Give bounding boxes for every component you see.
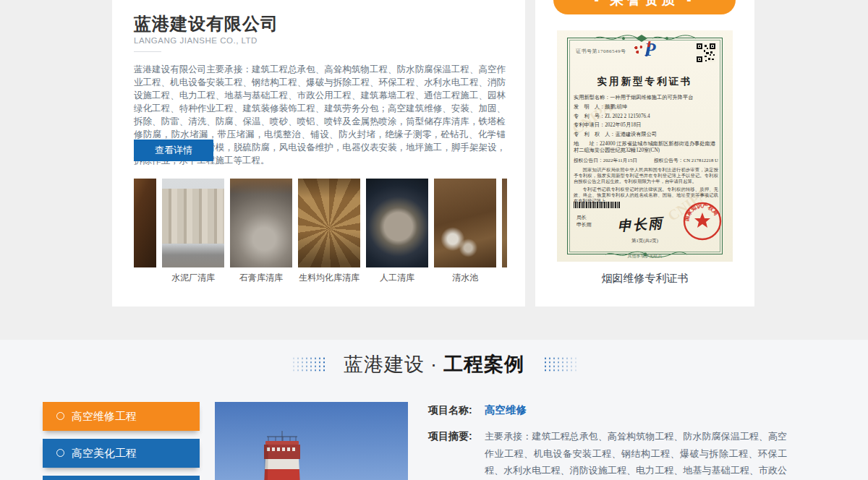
carousel-item[interactable]: 人工清库: [366, 179, 428, 288]
grant-number: 授权公告号：CN 217812218 U: [654, 157, 718, 164]
divider: [134, 51, 161, 52]
project-name-link[interactable]: 高空维修: [485, 402, 527, 418]
dots-decoration-icon: [292, 356, 325, 372]
patent-certificate-image[interactable]: CNIPA CNIPA 证书号第17086549号: [557, 30, 733, 262]
case-tab-aerial-repair[interactable]: 高空维修工程: [43, 402, 200, 431]
chimney-project-photo[interactable]: [215, 402, 408, 480]
case-tab-aerial-beautification[interactable]: 高空美化工程: [43, 439, 200, 468]
certificate-legal-text: 国家知识产权局依照中华人民共和国专利法进行初步审查，决定授予专利权，颁发实用新型…: [574, 167, 718, 205]
company-name: 蓝港建设有限公司: [134, 12, 278, 35]
barcode: [574, 202, 620, 208]
case-tab-partial[interactable]: [43, 476, 200, 480]
section-title: 蓝港建设·工程案例: [344, 351, 524, 377]
company-intro-panel: 蓝港建设有限公司 LANGANG JIANSHE CO., LTD 蓝港建设有限…: [112, 0, 525, 307]
dots-decoration-icon: [543, 356, 576, 372]
circle-bullet-icon: [56, 449, 64, 457]
thumbnail-image[interactable]: [502, 179, 507, 267]
cement-plant-thumbnail-image[interactable]: [162, 179, 224, 267]
case-tab-label: 高空维修工程: [72, 410, 137, 422]
certificate-title: 实用新型专利证书: [557, 75, 733, 88]
section-title-prefix: 蓝港建设: [344, 353, 425, 375]
thumbnail-caption: [502, 267, 507, 288]
carousel-track: 库 水泥厂清库 石膏库清库 生料均化库清库 人工清库: [134, 179, 507, 288]
silo-interior-thumbnail-image[interactable]: [134, 179, 156, 267]
page: 蓝港建设有限公司 LANGANG JIANSHE CO., LTD 蓝港建设有限…: [0, 0, 868, 480]
cases-section-header: 蓝港建设·工程案例: [0, 351, 868, 377]
project-name-row: 项目名称: 高空维修: [428, 402, 787, 418]
carousel-item[interactable]: 石膏库清库: [230, 179, 292, 288]
certificate-field: 专利申请日：2022年05月18日: [574, 122, 718, 129]
certificate-grant-row: 授权公告日：2022年11月15日 授权公告号：CN 217812218 U: [574, 157, 718, 164]
homogenization-silo-thumbnail-image[interactable]: [298, 179, 360, 267]
cnipa-logo-icon: P: [644, 40, 655, 59]
project-summary-label: 项目摘要:: [428, 428, 473, 480]
certificate-field: 专 利 号：ZL 2022 2 1215076.4: [574, 113, 718, 120]
project-summary-text: 主要承接：建筑工程总承包、高耸构筑物工程、防水防腐保温工程、高空作业工程、机电设…: [485, 428, 787, 480]
circle-bullet-icon: [56, 412, 64, 420]
water-tank-thumbnail-image[interactable]: [434, 179, 496, 267]
view-details-button[interactable]: 查看详情: [134, 140, 213, 161]
certificate-page-number: 第1页(共2页): [557, 238, 733, 244]
thumbnail-caption: 石膏库清库: [230, 267, 292, 288]
certificate-field: 专 利 权 人：蓝港建设有限公司: [574, 132, 718, 138]
legal-paragraph: 国家知识产权局依照中华人民共和国专利法进行初步审查，决定授予专利权，颁发实用新型…: [574, 167, 718, 185]
thumbnail-caption: 清水池: [434, 267, 496, 288]
certificate-field: 实用新型名称：一种用于烟囱维修施工的可升降平台: [574, 95, 718, 101]
certificate-number: 证书号第17086549号: [576, 48, 626, 55]
signer-title: 局长: [576, 214, 592, 221]
honor-panel: - 荣誉资质 - CNIPA CNIPA 证书号第17086549号: [535, 0, 754, 307]
carousel-item[interactable]: 库: [134, 179, 156, 288]
honor-qualification-badge[interactable]: - 荣誉资质 -: [553, 0, 736, 14]
thumbnail-caption: 水泥厂清库: [162, 267, 224, 288]
signer-name: 申长雨: [576, 221, 592, 228]
carousel-item[interactable]: 生料均化库清库: [298, 179, 360, 288]
official-seal-icon: 国家知识产权局: [682, 201, 723, 241]
certificate-footnote: 其他事项参见续页: [557, 253, 733, 260]
certificate-fields: 实用新型名称：一种用于烟囱维修施工的可升降平台 发 明 人：颜鹏;胡坤 专 利 …: [574, 95, 718, 164]
section-title-main: 工程案例: [443, 353, 524, 375]
case-category-tabs: 高空维修工程 高空美化工程: [43, 402, 200, 480]
director-signature: 申长雨: [617, 214, 664, 236]
signer-block: 局长 申长雨: [576, 214, 592, 228]
certificate-field: 地 址：224000 江苏省盐城市城南新区新都街道办事处南港村二组海棠公园世纪苑…: [574, 141, 718, 154]
gypsum-silo-thumbnail-image[interactable]: [230, 179, 292, 267]
qr-code: [697, 43, 715, 62]
certificate-caption: 烟囱维修专利证书: [535, 272, 754, 286]
thumbnail-caption: 库: [134, 267, 156, 288]
carousel-item[interactable]: 清水池: [434, 179, 496, 288]
grant-date: 授权公告日：2022年11月15日: [574, 157, 637, 164]
manual-clearing-thumbnail-image[interactable]: [366, 179, 428, 267]
case-thumbnails-carousel[interactable]: 库 水泥厂清库 石膏库清库 生料均化库清库 人工清库: [134, 179, 507, 288]
carousel-item[interactable]: [502, 179, 507, 288]
section-title-separator: ·: [430, 353, 438, 375]
thumbnail-caption: 生料均化库清库: [298, 267, 360, 288]
carousel-item[interactable]: 水泥厂清库: [162, 179, 224, 288]
case-tab-label: 高空美化工程: [72, 447, 137, 459]
company-name-en: LANGANG JIANSHE CO., LTD: [134, 36, 258, 45]
thumbnail-caption: 人工清库: [366, 267, 428, 288]
project-name-label: 项目名称:: [428, 402, 473, 418]
project-info: 项目名称: 高空维修 项目摘要: 主要承接：建筑工程总承包、高耸构筑物工程、防水…: [428, 402, 787, 480]
certificate-field: 发 明 人：颜鹏;胡坤: [574, 104, 718, 111]
project-summary-row: 项目摘要: 主要承接：建筑工程总承包、高耸构筑物工程、防水防腐保温工程、高空作业…: [428, 428, 787, 480]
